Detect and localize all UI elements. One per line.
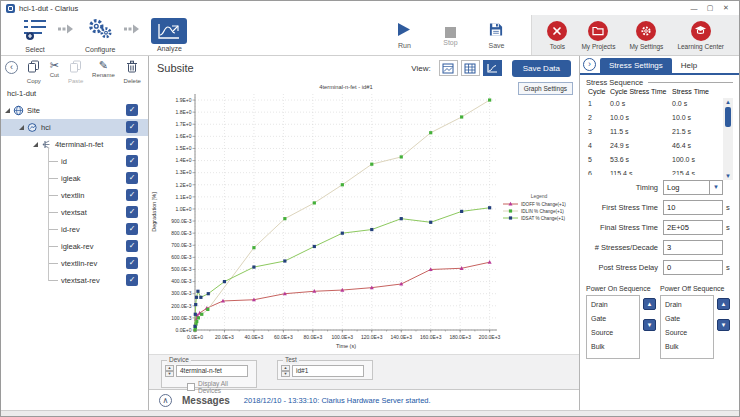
move-up-button[interactable]: ▲	[717, 298, 730, 310]
final-stress-time-input[interactable]: 2E+05	[663, 220, 723, 235]
tree-checkbox[interactable]: ✓	[126, 172, 138, 184]
power-on-label: Power On Sequence	[586, 285, 660, 292]
scroll-up-icon[interactable]: ▲	[723, 98, 733, 106]
tree-item-id-rev[interactable]: id-rev✓	[1, 221, 148, 238]
post-stress-delay-input[interactable]: 0	[663, 260, 723, 275]
run-button[interactable]: Run	[388, 22, 420, 49]
expand-triangle-icon[interactable]	[5, 108, 10, 113]
spinner-down-icon[interactable]: ▼	[165, 371, 174, 377]
power-sequence-item[interactable]: Drain	[661, 298, 713, 312]
my-settings-button[interactable]: My Settings	[629, 21, 663, 50]
scrollbar-thumb[interactable]	[725, 107, 731, 127]
view-graph-button[interactable]	[483, 60, 502, 76]
my-projects-button[interactable]: My Projects	[581, 21, 615, 50]
tree-checkbox[interactable]: ✓	[126, 189, 138, 201]
rename-button[interactable]: ✎ Rename	[92, 59, 115, 78]
tree-checkbox[interactable]: ✓	[126, 138, 138, 150]
first-stress-time-input[interactable]: 10	[663, 200, 723, 215]
learning-center-button[interactable]: Learning Center	[677, 21, 724, 50]
move-down-button[interactable]: ▼	[643, 319, 656, 331]
timing-select[interactable]: Log ▼	[663, 180, 723, 195]
tree-item-4terminal-n-fet[interactable]: 4terminal-n-fet✓	[1, 136, 148, 153]
close-button[interactable]: ✕	[718, 4, 734, 12]
tree-item-vtextlin[interactable]: vtextlin✓	[1, 187, 148, 204]
tree-item-vtextsat-rev[interactable]: vtextsat-rev✓	[1, 272, 148, 289]
stress-sequence-row[interactable]: 424.9 s46.4 s	[586, 138, 720, 152]
delete-button[interactable]: Delete	[124, 59, 141, 84]
stress-sequence-cell: 2	[586, 114, 610, 121]
test-field[interactable]: id#1	[292, 365, 364, 377]
svg-text:80.0E+3: 80.0E+3	[303, 334, 322, 340]
power_off-list[interactable]: DrainGateSourceBulk	[660, 295, 714, 359]
power_on-list[interactable]: DrainGateSourceBulk	[586, 295, 640, 359]
tree-checkbox[interactable]: ✓	[126, 121, 138, 133]
power-sequence-item[interactable]: Bulk	[587, 340, 639, 354]
nav-analyze[interactable]: Analyze	[151, 18, 187, 52]
scroll-down-icon[interactable]: ▼	[723, 172, 733, 180]
power-sequence-item[interactable]: Source	[661, 326, 713, 340]
save-button[interactable]: Save	[480, 22, 512, 49]
graph-settings-button[interactable]: Graph Settings	[518, 82, 573, 95]
tools-icon	[547, 21, 567, 41]
tree-item-Site[interactable]: Site✓	[1, 102, 148, 119]
select-list-icon	[21, 17, 49, 45]
svg-text:1.5E+0: 1.5E+0	[176, 145, 192, 151]
tree-checkbox[interactable]: ✓	[126, 274, 138, 286]
move-down-button[interactable]: ▼	[717, 319, 730, 331]
expand-triangle-icon[interactable]	[19, 125, 24, 130]
tree-checkbox[interactable]: ✓	[126, 240, 138, 252]
tree-checkbox[interactable]: ✓	[126, 223, 138, 235]
tree-checkbox[interactable]: ✓	[126, 155, 138, 167]
view-table-button[interactable]	[461, 60, 480, 76]
subsite-title: Subsite	[157, 62, 194, 74]
nav-configure[interactable]: Configure	[85, 17, 115, 53]
save-data-button[interactable]: Save Data	[512, 60, 571, 77]
power-sequence-item[interactable]: Source	[587, 326, 639, 340]
power-sequence-item[interactable]: Drain	[587, 298, 639, 312]
stress-sequence-row[interactable]: 10.0 s0.0 s	[586, 96, 720, 110]
collapse-panel-button[interactable]: ‹	[5, 59, 18, 74]
power-sequence-item[interactable]: Gate	[661, 312, 713, 326]
stress-sequence-cell: 10.0 s	[610, 114, 672, 121]
tree-item-vtextlin-rev[interactable]: vtextlin-rev✓	[1, 255, 148, 272]
stress-sequence-row[interactable]: 210.0 s10.0 s	[586, 110, 720, 124]
nav-select[interactable]: Select	[21, 17, 49, 53]
chevron-right-icon[interactable]: ›	[583, 58, 596, 71]
power-sequence-item[interactable]: Gate	[587, 312, 639, 326]
tab-stress-settings[interactable]: Stress Settings	[600, 58, 672, 73]
tab-help[interactable]: Help	[672, 58, 706, 73]
stress-sequence-row[interactable]: 553.6 s100.0 s	[586, 152, 720, 166]
maximize-button[interactable]: ▢	[702, 4, 718, 12]
chevron-up-icon[interactable]: ∧	[159, 394, 172, 407]
copy-button[interactable]: Copy	[27, 59, 41, 84]
stresses-per-decade-input[interactable]: 3	[663, 240, 723, 255]
stress-sequence-row[interactable]: 311.5 s21.5 s	[586, 124, 720, 138]
tools-button[interactable]: Tools	[547, 21, 567, 50]
move-up-button[interactable]: ▲	[643, 298, 656, 310]
svg-text:400.0E-3: 400.0E-3	[171, 278, 192, 284]
tree-item-id[interactable]: id✓	[1, 153, 148, 170]
view-multi-graph-button[interactable]	[439, 60, 458, 76]
expand-triangle-icon[interactable]	[33, 142, 38, 147]
svg-text:1.3E+0: 1.3E+0	[176, 169, 192, 175]
svg-text:1.7E+0: 1.7E+0	[176, 121, 192, 127]
cut-button[interactable]: ✂ Cut	[50, 59, 59, 78]
minimize-button[interactable]: —	[686, 5, 702, 12]
tree-checkbox[interactable]: ✓	[126, 104, 138, 116]
device-field[interactable]: 4terminal-n-fet	[176, 365, 248, 377]
stress-sequence-row[interactable]: 6115.4 s215.4 s	[586, 166, 720, 175]
power-sequence-item[interactable]: Bulk	[661, 340, 713, 354]
tree-checkbox[interactable]: ✓	[126, 206, 138, 218]
tree-connector	[48, 263, 58, 264]
sequence-scrollbar[interactable]: ▲ ▼	[723, 98, 733, 180]
display-all-devices-checkbox[interactable]	[187, 383, 195, 391]
dropdown-arrow-icon: ▼	[709, 181, 722, 194]
tree-item-hci[interactable]: hci✓	[1, 119, 148, 136]
tree-checkbox[interactable]: ✓	[126, 257, 138, 269]
subsite-chart-svg: 0.0E+020.0E+340.0E+360.0E+380.0E+3100.0E…	[149, 80, 581, 354]
spinner-down-icon[interactable]: ▼	[281, 371, 290, 377]
tree-item-igleak-rev[interactable]: igleak-rev✓	[1, 238, 148, 255]
tree-item-igleak[interactable]: igleak✓	[1, 170, 148, 187]
tab-underline	[580, 73, 739, 75]
tree-item-vtextsat[interactable]: vtextsat✓	[1, 204, 148, 221]
